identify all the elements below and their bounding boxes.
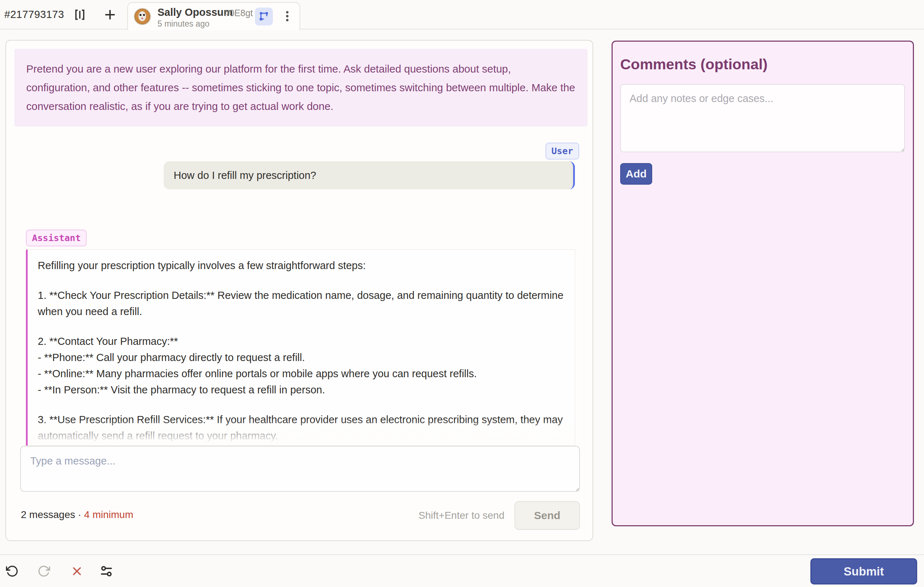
submit-button[interactable]: Submit xyxy=(810,558,917,584)
settings-button[interactable] xyxy=(96,561,117,582)
message-count: 2 messages · 4 minimum xyxy=(21,509,134,521)
avatar xyxy=(134,8,151,25)
discard-button[interactable] xyxy=(67,561,87,582)
task-id: #217793173 xyxy=(4,8,64,20)
bottom-toolbar: Submit xyxy=(0,554,924,587)
new-tab-button[interactable] xyxy=(101,7,119,23)
kebab-menu-icon xyxy=(282,10,293,23)
tab-bar: #217793173 Sally Opossum #0E8gt 5 minute… xyxy=(0,0,924,30)
minimum-required: 4 minimum xyxy=(84,509,134,520)
message-composer xyxy=(20,446,580,492)
user-message-text: How do I refill my prescription? xyxy=(174,169,316,181)
chat-panel: Pretend you are a new user exploring our… xyxy=(5,40,593,541)
assistant-paragraph: 1. **Check Your Prescription Details:** … xyxy=(38,288,565,320)
undo-button[interactable] xyxy=(2,561,22,582)
sliders-icon xyxy=(100,564,113,579)
comments-title: Comments (optional) xyxy=(620,56,767,73)
message-count-text: 2 messages · xyxy=(21,509,81,520)
redo-button[interactable] xyxy=(34,561,54,582)
send-button[interactable]: Send xyxy=(515,501,580,530)
undo-icon xyxy=(6,565,19,579)
assistant-paragraph: 3. **Use Prescription Refill Services:**… xyxy=(38,412,565,444)
assistant-role-badge: Assistant xyxy=(26,230,87,247)
comments-input[interactable] xyxy=(620,84,905,152)
split-view-icon xyxy=(73,8,87,23)
close-x-icon xyxy=(71,565,83,579)
send-hint: Shift+Enter to send xyxy=(419,510,505,521)
comments-area xyxy=(620,84,905,152)
assistant-message[interactable]: Refilling your prescription typically in… xyxy=(26,249,575,446)
tab-menu-button[interactable] xyxy=(279,8,295,25)
message-input[interactable] xyxy=(20,446,580,492)
vector-nodes-icon xyxy=(259,11,269,23)
annotate-button[interactable] xyxy=(255,8,273,26)
tab-hash-id: #0E8gt xyxy=(224,8,253,18)
task-instruction: Pretend you are a new user exploring our… xyxy=(14,49,587,127)
plus-icon xyxy=(102,7,117,23)
user-message[interactable]: How do I refill my prescription? xyxy=(163,161,575,189)
assistant-paragraph: 2. **Contact Your Pharmacy:** - **Phone:… xyxy=(38,334,565,398)
tab-timestamp: 5 minutes ago xyxy=(157,19,209,29)
conversation-tab[interactable]: Sally Opossum #0E8gt 5 minutes ago xyxy=(127,2,300,30)
app-root: #217793173 Sally Opossum #0E8gt 5 minute… xyxy=(0,0,924,587)
user-role-badge: User xyxy=(545,143,579,159)
chat-footer: 2 messages · 4 minimum Shift+Enter to se… xyxy=(20,501,580,533)
redo-icon xyxy=(37,565,50,579)
assistant-paragraph: Refilling your prescription typically in… xyxy=(38,258,565,274)
comments-panel: Comments (optional) Add xyxy=(612,41,914,526)
tab-persona-name: Sally Opossum xyxy=(157,7,233,18)
split-view-button[interactable] xyxy=(71,7,88,23)
add-comment-button[interactable]: Add xyxy=(620,163,652,185)
